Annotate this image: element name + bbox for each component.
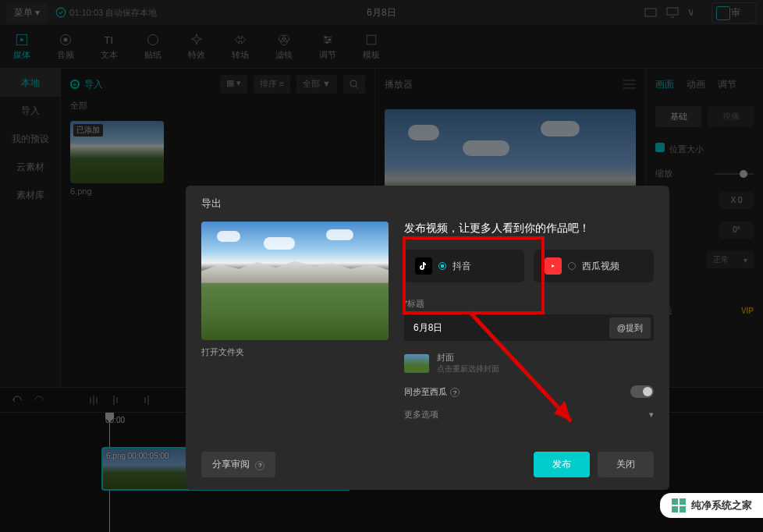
help-icon[interactable]: ? — [450, 388, 460, 397]
platform-xigua[interactable]: 西瓜视频 — [534, 250, 654, 282]
help-icon[interactable]: ? — [255, 461, 264, 470]
share-button[interactable]: 分享审阅 ? — [201, 452, 275, 477]
watermark: 纯净系统之家 — [660, 493, 763, 518]
windows-icon — [671, 498, 687, 513]
svg-rect-19 — [672, 506, 678, 512]
mention-button[interactable]: @提到 — [609, 317, 651, 339]
more-options[interactable]: 更多选项 ▾ — [404, 409, 654, 420]
close-button[interactable]: 关闭 — [598, 452, 654, 477]
cover-selector[interactable]: 封面点击重新选择封面 — [404, 352, 654, 374]
publish-title: 发布视频，让更多人看到你的作品吧！ — [404, 222, 654, 236]
open-folder-link[interactable]: 打开文件夹 — [201, 340, 389, 364]
radio-active-icon — [438, 262, 446, 270]
radio-icon — [568, 262, 576, 270]
xigua-icon — [545, 257, 562, 275]
export-preview — [201, 222, 389, 340]
sync-toggle[interactable] — [630, 385, 654, 398]
svg-rect-18 — [680, 498, 686, 505]
svg-rect-17 — [672, 498, 678, 505]
cover-thumbnail — [404, 354, 429, 373]
svg-rect-20 — [680, 506, 686, 512]
export-modal: 导出 打开文件夹 发布视频，让更多人看到你的作品吧！ 抖音 — [186, 186, 669, 490]
publish-button[interactable]: 发布 — [534, 452, 590, 477]
chevron-down-icon: ▾ — [649, 410, 654, 420]
douyin-icon — [415, 257, 432, 275]
title-input[interactable]: 6月8日 @提到 — [404, 314, 654, 341]
platform-douyin[interactable]: 抖音 — [404, 250, 524, 282]
modal-title: 导出 — [186, 186, 669, 222]
title-label: *标题 — [404, 298, 654, 310]
sync-label: 同步至西瓜 — [404, 387, 447, 396]
